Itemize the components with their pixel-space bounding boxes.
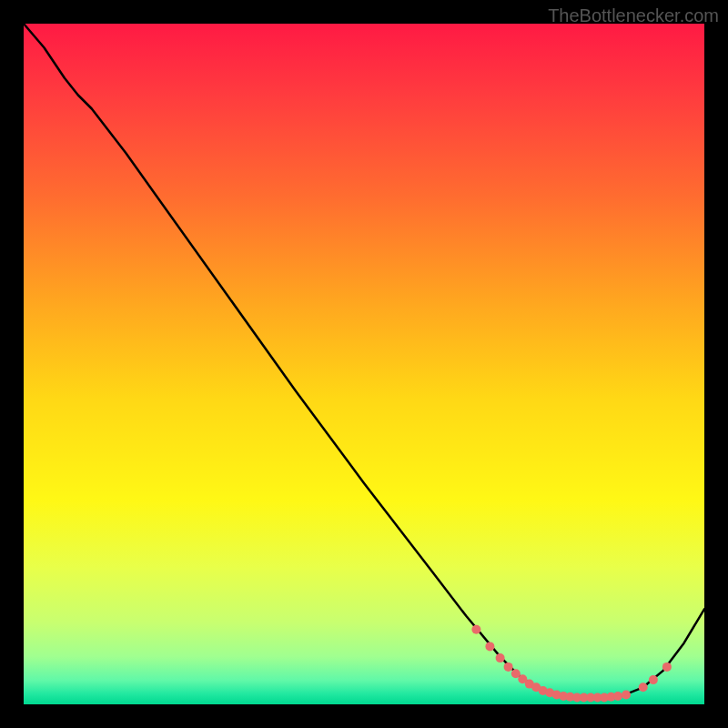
watermark-text: TheBottlenecker.com (548, 5, 719, 26)
data-marker (485, 642, 494, 651)
plot-background (24, 24, 704, 704)
data-marker (649, 675, 658, 684)
data-marker (622, 691, 631, 700)
data-marker (496, 653, 505, 662)
chart-container: TheBottlenecker.com (0, 0, 728, 728)
chart-svg (0, 0, 728, 728)
data-marker (639, 682, 648, 692)
data-marker (613, 692, 622, 701)
data-marker (504, 662, 513, 672)
data-marker (662, 662, 672, 672)
data-marker (471, 625, 480, 634)
